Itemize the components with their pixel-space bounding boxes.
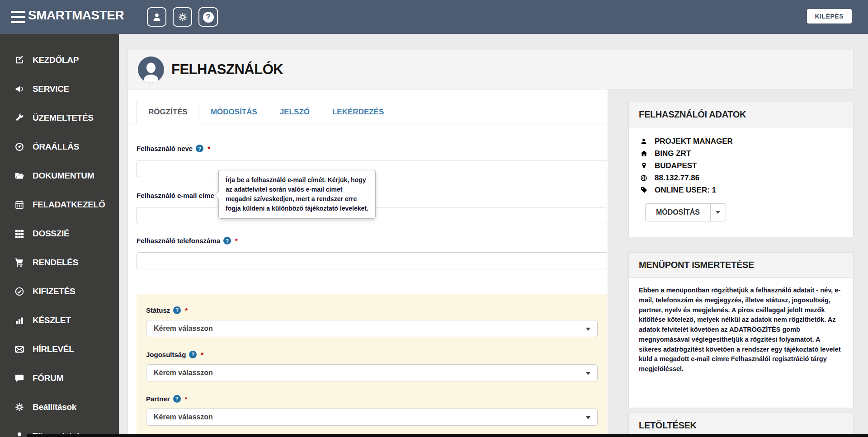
required-asterisk: * — [235, 237, 238, 244]
wrench-icon — [14, 113, 25, 123]
panel-title: FELHASZNÁLÓI ADATOK — [629, 102, 853, 127]
list-item: BUDAPEST — [639, 160, 843, 172]
home-icon — [639, 150, 649, 157]
sidebar-item-label: FÓRUM — [33, 373, 63, 383]
sidebar-item-label: HÍRLEVÉL — [33, 344, 74, 354]
modify-button-label[interactable]: MÓDOSÍTÁS — [646, 204, 710, 221]
gear-icon — [178, 12, 188, 22]
profile-button[interactable] — [147, 7, 166, 27]
sidebar-item-label: KEZDŐLAP — [33, 55, 79, 65]
user-icon — [152, 12, 162, 22]
phone-input[interactable] — [137, 252, 607, 269]
tab-jelszo[interactable]: JELSZÓ — [269, 101, 321, 123]
required-asterisk: * — [208, 145, 210, 152]
sidebar-item-label: ÓRAÁLLÁS — [33, 142, 79, 152]
gauge-icon — [14, 142, 25, 152]
page-title: FELHASZNÁLÓK — [171, 61, 283, 78]
avatar — [138, 56, 164, 83]
caret-down-icon — [716, 211, 720, 214]
sidebar-item-label: ÜZEMELTETÉS — [33, 113, 94, 123]
permission-select[interactable]: Kérem válasszon — [146, 364, 598, 381]
sidebar-item-dokumentum[interactable]: DOKUMENTUM — [0, 161, 119, 190]
calendar-icon — [14, 200, 25, 210]
phone-label: Felhasználó telefonszáma ? * — [137, 237, 238, 244]
user-icon — [639, 138, 649, 145]
sidebar-item-label: FELADATKEZELŐ — [33, 200, 105, 210]
sidebar-item-label: RENDELÉS — [33, 258, 78, 268]
help-icon[interactable]: ? — [189, 351, 197, 358]
help-icon[interactable]: ? — [196, 145, 203, 152]
bar-chart-icon — [14, 315, 25, 325]
main-content: FELHASZNÁLÓK RÖGZÍTÉS MÓDOSÍTÁS JELSZÓ L… — [119, 34, 868, 437]
tab-lekerdezes[interactable]: LEKÉRDEZÉS — [321, 101, 395, 123]
panel-title: LETÖLTÉSEK — [629, 413, 853, 437]
required-asterisk: * — [185, 395, 188, 403]
grid-icon — [14, 229, 25, 239]
required-asterisk: * — [185, 306, 188, 314]
permission-label: Jogosultság ? * — [146, 350, 598, 359]
modify-split-button[interactable]: MÓDOSÍTÁS — [645, 203, 726, 221]
help-button[interactable]: ? — [198, 7, 218, 27]
logout-button[interactable]: KILÉPÉS — [807, 9, 852, 23]
hamburger-menu-icon[interactable] — [11, 11, 25, 23]
tags-icon — [639, 186, 649, 194]
partner-label: Partner ? * — [146, 394, 598, 403]
user-data-panel: FELHASZNÁLÓI ADATOK PROJEKT MANAGER BING… — [628, 102, 854, 237]
sidebar-item-dosszie[interactable]: DOSSZIÉ — [0, 219, 119, 248]
map-marker-icon — [639, 162, 649, 169]
panel-title: MENÜPONT ISMERTETÉSE — [629, 253, 853, 278]
folder-icon — [14, 171, 25, 181]
gear-icon — [14, 402, 25, 412]
menu-description-text: Ebben a menüpontban rögzíthetjük a felha… — [639, 286, 843, 374]
list-item: ONLINE USER: 1 — [639, 184, 843, 196]
sidebar-item-kezdolap[interactable]: KEZDŐLAP — [0, 46, 119, 75]
required-asterisk: * — [201, 351, 203, 358]
sidebar-item-beallitasok[interactable]: Beállítások — [0, 393, 119, 422]
downloads-panel: LETÖLTÉSEK — [628, 413, 854, 437]
sidebar-item-label: KIFIZETÉS — [33, 287, 75, 296]
help-icon[interactable]: ? — [223, 237, 231, 244]
comment-icon — [14, 373, 25, 383]
sidebar-item-uzemeltetes[interactable]: ÜZEMELTETÉS — [0, 103, 119, 132]
sidebar-item-label: Beállítások — [33, 402, 76, 412]
select-value: Kérem válasszon — [154, 324, 213, 333]
required-selects-section: Státusz ? * Kérem válasszon Jogosultság … — [137, 294, 607, 437]
check-circle-icon — [14, 287, 25, 296]
sidebar-item-service[interactable]: SERVICE — [0, 75, 119, 103]
sidebar-item-label: DOSSZIÉ — [33, 229, 69, 239]
help-icon[interactable]: ? — [173, 306, 181, 314]
help-icon[interactable]: ? — [173, 395, 181, 403]
dropdown-toggle[interactable] — [710, 204, 726, 221]
sidebar-item-hirlevel[interactable]: HÍRLEVÉL — [0, 335, 119, 364]
sidebar-item-forum[interactable]: FÓRUM — [0, 364, 119, 393]
tab-rogzites[interactable]: RÖGZÍTÉS — [137, 101, 199, 123]
question-icon: ? — [203, 12, 214, 23]
sidebar-item-rendeles[interactable]: RENDELÉS — [0, 248, 119, 277]
cart-icon — [14, 258, 25, 268]
globe-icon — [639, 174, 649, 182]
email-tooltip: Írja be a felhasználó e-mail címét. Kérj… — [218, 170, 376, 219]
sidebar-item-label: KÉSZLET — [33, 315, 71, 325]
sidebar-item-label: DOKUMENTUM — [33, 171, 94, 181]
list-item: BING ZRT — [639, 147, 843, 160]
envelope-icon — [14, 344, 25, 354]
megaphone-icon — [14, 84, 25, 94]
edit-icon — [14, 55, 25, 65]
list-item: PROJEKT MANAGER — [639, 135, 843, 147]
select-value: Kérem válasszon — [154, 369, 213, 377]
partner-select[interactable]: Kérem válasszon — [146, 409, 598, 426]
settings-button[interactable] — [173, 7, 192, 27]
status-select[interactable]: Kérem válasszon — [146, 320, 598, 337]
page-header: FELHASZNÁLÓK — [127, 50, 854, 89]
username-label: Felhasználó neve ? * — [137, 145, 210, 152]
sidebar-item-kifizetes[interactable]: KIFIZETÉS — [0, 277, 119, 306]
tab-modositas[interactable]: MÓDOSÍTÁS — [199, 101, 269, 123]
sidebar-item-feladatkezelo[interactable]: FELADATKEZELŐ — [0, 190, 119, 219]
form-card: RÖGZÍTÉS MÓDOSÍTÁS JELSZÓ LEKÉRDEZÉS Fel… — [127, 89, 608, 437]
sidebar-item-keszlet[interactable]: KÉSZLET — [0, 306, 119, 335]
sidebar-nav: KEZDŐLAP SERVICE ÜZEMELTETÉS ÓRAÁLLÁS DO… — [0, 34, 119, 437]
select-value: Kérem válasszon — [154, 413, 213, 421]
sidebar-item-label: SERVICE — [33, 84, 69, 94]
sidebar-item-oraallas[interactable]: ÓRAÁLLÁS — [0, 132, 119, 161]
caret-down-icon — [586, 328, 590, 331]
